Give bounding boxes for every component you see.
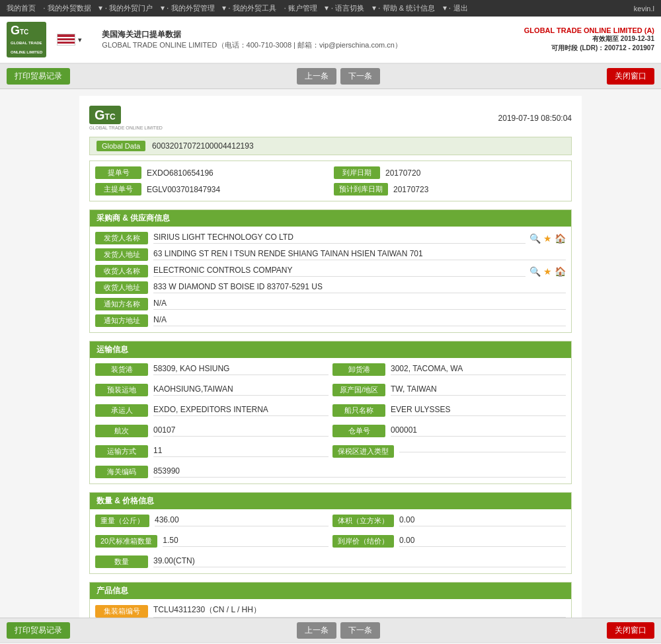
voyage-value: 00107	[153, 425, 329, 437]
shipping-row2: 预装运地 KAOHSIUNG,TAIWAN 原产国/地区 TW, TAIWAN	[95, 384, 566, 400]
shipping-body: 装货港 58309, KAO HSIUNG 卸货港 3002, TACOMA, …	[90, 358, 571, 483]
vessel-value: EVER ULYSSES	[391, 405, 566, 416]
product-section: 产品信息 集装箱编号 TCLU4311230（CN / L / HH） 集装箱尺…	[89, 582, 572, 618]
next-button[interactable]: 下一条	[340, 68, 380, 85]
consignee-star-icon[interactable]: ★	[543, 266, 552, 277]
buyer-supplier-header: 采购商 & 供应商信息	[90, 210, 571, 227]
quantity-label: 数量	[95, 555, 148, 568]
arrive-price-field: 到岸价（结价） 0.00	[332, 535, 566, 548]
doc-logo: GTC GLOBAL TRADE ONLINE LIMITED	[89, 106, 163, 130]
main-bill-label: 主提单号	[95, 183, 141, 196]
global-data-label: Global Data	[97, 141, 145, 151]
consignee-name-label: 收货人名称	[95, 265, 148, 277]
ldr-range: 可用时段 (LDR)：200712 - 201907	[524, 44, 654, 53]
nav-trade-mgmt[interactable]: 我的外贸管理	[171, 4, 215, 12]
shipper-addr-label: 发货人地址	[95, 248, 148, 261]
arrive-price-value: 0.00	[399, 536, 566, 547]
shipping-section: 运输信息 装货港 58309, KAO HSIUNG 卸货港 3002, TAC…	[89, 341, 572, 484]
shipper-name-icons: 🔍 ★ 🏠	[529, 233, 566, 244]
container-no-label: 集装箱编号	[95, 605, 148, 618]
company-info: 美国海关进口提单数据 GLOBAL TRADE ONLINE LIMITED（电…	[102, 29, 524, 50]
shipper-star-icon[interactable]: ★	[543, 233, 552, 244]
main-bill-value: EGLV003701847934	[147, 185, 220, 194]
nav-logout[interactable]: 退出	[453, 4, 468, 12]
shipping-header: 运输信息	[90, 341, 571, 358]
qp-row2: 20尺标准箱数量 1.50 到岸价（结价） 0.00	[95, 535, 566, 552]
nav-trade-tools[interactable]: 我的外贸工具	[233, 4, 276, 12]
weight-label: 重量（公斤）	[95, 515, 149, 527]
print-button[interactable]: 打印贸易记录	[7, 68, 70, 85]
scroll-area[interactable]: GTC GLOBAL TRADE ONLINE LIMITED 2019-07-…	[0, 89, 661, 618]
bill-no-label: 提单号	[95, 166, 141, 179]
consignee-home-icon[interactable]: 🏠	[555, 266, 566, 277]
volume-value: 0.00	[399, 515, 566, 526]
notify-addr-row: 通知方地址 N/A	[95, 314, 566, 327]
quantity-value: 39.00(CTN)	[153, 556, 566, 567]
bonded-label: 保税区进入类型	[332, 445, 394, 458]
warehouse-label: 仓单号	[332, 425, 385, 437]
product-header: 产品信息	[90, 583, 571, 599]
nav-account[interactable]: 账户管理	[288, 4, 317, 12]
discharge-port-label: 卸货港	[332, 363, 385, 376]
customs-row: 海关编码 853990	[95, 466, 566, 478]
consignee-addr-label: 收货人地址	[95, 281, 148, 294]
bottom-close-button[interactable]: 关闭窗口	[607, 622, 654, 639]
bonded-value	[399, 450, 566, 452]
bill-no-value: EXDO6810654196	[147, 168, 214, 178]
quantity-row: 数量 39.00(CTN)	[95, 555, 566, 568]
buyer-supplier-section: 采购商 & 供应商信息 发货人名称 SIRIUS LIGHT TECHNOLOG…	[89, 209, 572, 333]
notify-name-row: 通知方名称 N/A	[95, 298, 566, 310]
discharge-port-field: 卸货港 3002, TACOMA, WA	[332, 363, 566, 376]
shipper-addr-value: 63 LINDING ST REN I TSUN RENDE SHIANG TA…	[153, 249, 566, 260]
container20-label: 20尺标准箱数量	[95, 535, 157, 548]
carrier-value: EXDO, EXPEDITORS INTERNA	[153, 405, 329, 416]
shipper-home-icon[interactable]: 🏠	[555, 233, 566, 244]
notify-name-label: 通知方名称	[95, 298, 148, 310]
shipper-name-row: 发货人名称 SIRIUS LIGHT TECHNOLOGY CO LTD 🔍 ★…	[95, 232, 566, 244]
global-data-value: 60032017072100004412193	[152, 141, 254, 151]
flag-area: ▾	[57, 34, 82, 46]
bottom-print-button[interactable]: 打印贸易记录	[7, 622, 70, 639]
nav-trade-data[interactable]: 我的外贸数据	[48, 4, 91, 12]
bottom-prev-button[interactable]: 上一条	[297, 622, 336, 639]
bonded-field: 保税区进入类型	[332, 445, 566, 458]
qp-row1: 重量（公斤） 436.00 体积（立方米） 0.00	[95, 515, 566, 531]
est-arrive-label: 预计到库日期	[334, 183, 388, 196]
consignee-search-icon[interactable]: 🔍	[529, 266, 541, 277]
consignee-name-value: ELECTRONIC CONTROLS COMPANY	[153, 266, 525, 277]
arrive-date-value: 20170720	[385, 168, 420, 178]
nav-home[interactable]: 我的首页	[7, 4, 36, 12]
prev-button[interactable]: 上一条	[297, 68, 336, 85]
close-button[interactable]: 关闭窗口	[607, 68, 654, 85]
main-header: GTC GLOBAL TRADE ONLINE LIMITED ▾ 美国海关进口…	[0, 17, 661, 64]
buyer-supplier-body: 发货人名称 SIRIUS LIGHT TECHNOLOGY CO LTD 🔍 ★…	[90, 227, 571, 332]
shipper-addr-row: 发货人地址 63 LINDING ST REN I TSUN RENDE SHI…	[95, 248, 566, 261]
shipper-search-icon[interactable]: 🔍	[529, 233, 541, 244]
loading-port-field: 装货港 58309, KAO HSIUNG	[95, 363, 329, 376]
shipper-name-label: 发货人名称	[95, 232, 148, 244]
shipper-name-value: SIRIUS LIGHT TECHNOLOGY CO LTD	[153, 233, 525, 244]
carrier-field: 承运人 EXDO, EXPEDITORS INTERNA	[95, 404, 329, 417]
global-data-row: Global Data 60032017072100004412193	[89, 137, 572, 155]
bottom-next-button[interactable]: 下一条	[340, 622, 380, 639]
voyage-label: 航次	[95, 425, 148, 437]
nav-buttons: 上一条 下一条	[297, 68, 380, 85]
nav-links: 我的首页 · 我的外贸数据 ▾ · 我的外贸门户 ▾ · 我的外贸管理 ▾ · …	[7, 3, 473, 13]
loading-port-label: 装货港	[95, 363, 148, 376]
bill-row: 提单号 EXDO6810654196 到岸日期 20170720	[95, 166, 566, 179]
nav-lang[interactable]: 语言切换	[335, 4, 364, 12]
container-no-value: TCLU4311230（CN / L / HH）	[153, 604, 566, 618]
weight-field: 重量（公斤） 436.00	[95, 515, 329, 527]
est-arrive-field: 预计到库日期 20170723	[334, 183, 566, 196]
document-content: GTC GLOBAL TRADE ONLINE LIMITED 2019-07-…	[79, 96, 582, 618]
transport-value: 11	[153, 446, 329, 457]
nav-help[interactable]: 帮助 & 统计信息	[383, 4, 435, 12]
container20-field: 20尺标准箱数量 1.50	[95, 535, 329, 548]
discharge-port-value: 3002, TACOMA, WA	[391, 364, 566, 375]
logo-area: GTC GLOBAL TRADE ONLINE LIMITED ▾	[7, 22, 92, 57]
header-right: GLOBAL TRADE ONLINE LIMITED (A) 有效期至 201…	[524, 26, 654, 53]
company-details: GLOBAL TRADE ONLINE LIMITED（电话：400-710-3…	[102, 40, 524, 50]
pre-loading-label: 预装运地	[95, 384, 148, 396]
doc-timestamp: 2019-07-19 08:50:04	[498, 114, 572, 123]
nav-trade-portal[interactable]: 我的外贸门户	[109, 4, 153, 12]
